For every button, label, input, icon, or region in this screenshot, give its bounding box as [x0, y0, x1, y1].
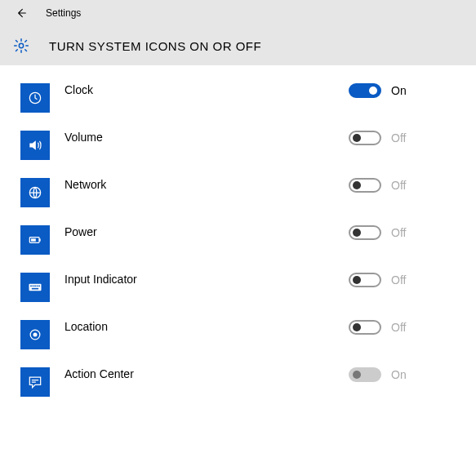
- title-bar: Settings: [0, 0, 476, 26]
- toggle-state-text: Off: [391, 131, 411, 144]
- toggle-group: On: [349, 83, 411, 98]
- toggle-group: Off: [349, 320, 411, 335]
- svg-point-0: [19, 43, 23, 47]
- setting-row-clock: Clock On: [2, 75, 476, 122]
- setting-label: Network: [65, 178, 349, 191]
- toggle-network[interactable]: [349, 178, 381, 193]
- setting-row-network: Network Off: [2, 170, 476, 217]
- toggle-state-text: Off: [391, 321, 411, 334]
- toggle-power[interactable]: [349, 225, 381, 240]
- toggle-group: Off: [349, 273, 411, 287]
- power-icon: [20, 225, 50, 255]
- toggle-volume[interactable]: [349, 131, 381, 145]
- app-title: Settings: [46, 7, 81, 19]
- toggle-state-text: Off: [391, 273, 411, 287]
- settings-gear-icon: [11, 36, 31, 56]
- volume-icon: [20, 131, 50, 160]
- svg-rect-9: [34, 286, 36, 287]
- setting-label: Location: [65, 320, 349, 333]
- setting-row-location: Location Off: [2, 312, 476, 359]
- setting-label: Input Indicator: [65, 273, 349, 286]
- network-icon: [20, 178, 50, 207]
- setting-label: Action Center: [65, 367, 349, 380]
- clock-icon: [20, 83, 50, 113]
- location-icon: [20, 320, 50, 349]
- keyboard-icon: [20, 273, 50, 302]
- page-header: TURN SYSTEM ICONS ON OR OFF: [0, 26, 476, 65]
- toggle-state-text: Off: [391, 226, 411, 239]
- setting-row-power: Power Off: [2, 217, 476, 264]
- back-button[interactable]: [11, 3, 31, 23]
- setting-label: Clock: [65, 83, 349, 96]
- setting-label: Volume: [65, 131, 349, 144]
- toggle-clock[interactable]: [349, 83, 381, 98]
- svg-rect-6: [29, 284, 42, 291]
- setting-label: Power: [65, 225, 349, 238]
- svg-rect-11: [38, 286, 40, 287]
- svg-rect-7: [30, 286, 32, 287]
- svg-point-14: [33, 333, 38, 337]
- back-arrow-icon: [15, 7, 28, 20]
- svg-rect-4: [39, 238, 41, 241]
- toggle-action-center: [349, 367, 381, 382]
- toggle-state-text: On: [391, 368, 411, 381]
- setting-row-input-indicator: Input Indicator Off: [2, 264, 476, 312]
- setting-row-action-center: Action Center On: [2, 359, 476, 407]
- toggle-input-indicator[interactable]: [349, 273, 381, 287]
- toggle-state-text: On: [391, 84, 411, 97]
- settings-list: Clock On Volume Off Network Off Power: [0, 65, 476, 407]
- svg-rect-10: [37, 286, 38, 287]
- toggle-group: Off: [349, 178, 411, 193]
- page-title: TURN SYSTEM ICONS ON OR OFF: [49, 39, 261, 53]
- toggle-group: Off: [349, 225, 411, 240]
- toggle-location[interactable]: [349, 320, 381, 335]
- toggle-group: On: [349, 367, 411, 382]
- svg-rect-8: [33, 286, 34, 287]
- action-center-icon: [20, 367, 50, 397]
- toggle-state-text: Off: [391, 179, 411, 192]
- toggle-group: Off: [349, 131, 411, 145]
- svg-rect-5: [31, 238, 36, 241]
- setting-row-volume: Volume Off: [2, 122, 476, 170]
- svg-rect-12: [32, 288, 38, 290]
